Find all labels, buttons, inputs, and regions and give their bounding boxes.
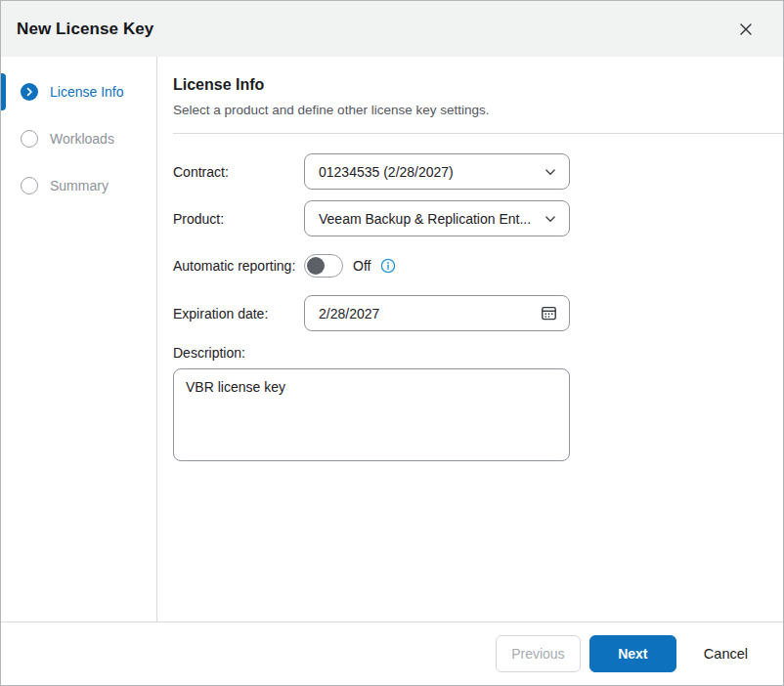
- step-label: Workloads: [50, 131, 114, 147]
- close-icon[interactable]: [732, 16, 760, 43]
- sidebar-item-summary[interactable]: Summary: [1, 162, 156, 209]
- description-label: Description:: [173, 345, 783, 361]
- toggle-knob: [307, 257, 325, 275]
- toggle-state-label: Off: [353, 258, 370, 274]
- description-textarea[interactable]: [173, 368, 570, 461]
- close-x-glyph: [738, 21, 754, 37]
- license-info-form: Contract: 01234535 (2/28/2027) Product:: [173, 134, 783, 465]
- active-step-icon: [21, 83, 38, 101]
- expiration-date-input[interactable]: 2/28/2027: [304, 295, 570, 331]
- expiration-date-value: 2/28/2027: [319, 306, 533, 322]
- product-dropdown[interactable]: Veeam Backup & Replication Ent...: [304, 200, 570, 236]
- contract-value: 01234535 (2/28/2027): [319, 164, 536, 180]
- chevron-down-icon: [544, 212, 557, 226]
- automatic-reporting-toggle[interactable]: [304, 254, 343, 278]
- page-subtitle: Select a product and define other licens…: [173, 103, 783, 117]
- product-label: Product:: [173, 211, 304, 227]
- next-button[interactable]: Next: [589, 635, 676, 672]
- expiration-date-row: Expiration date: 2/28/2027: [173, 295, 783, 331]
- product-row: Product: Veeam Backup & Replication Ent.…: [173, 200, 783, 236]
- dialog-body: License Info Workloads Summary License I…: [1, 57, 783, 622]
- sidebar-item-license-info[interactable]: License Info: [1, 68, 156, 115]
- automatic-reporting-label: Automatic reporting:: [173, 258, 304, 274]
- dialog-footer: Previous Next Cancel: [1, 622, 783, 685]
- page-title: License Info: [173, 76, 783, 94]
- contract-row: Contract: 01234535 (2/28/2027): [173, 153, 783, 190]
- inactive-step-icon: [21, 130, 38, 148]
- new-license-key-dialog: New License Key License Info: [0, 0, 784, 686]
- inactive-step-icon: [21, 177, 38, 194]
- chevron-down-icon: [544, 165, 557, 179]
- dialog-header: New License Key: [1, 1, 783, 57]
- previous-button[interactable]: Previous: [496, 635, 581, 672]
- active-step-indicator: [1, 73, 6, 110]
- contract-label: Contract:: [173, 164, 304, 180]
- step-label: License Info: [50, 84, 124, 100]
- step-content: License Info Select a product and define…: [157, 57, 783, 622]
- wizard-steps-sidebar: License Info Workloads Summary: [1, 57, 157, 622]
- expiration-date-label: Expiration date:: [173, 306, 304, 322]
- automatic-reporting-row: Automatic reporting: Off: [173, 254, 783, 278]
- dialog-title: New License Key: [17, 20, 153, 39]
- product-value: Veeam Backup & Replication Ent...: [319, 211, 536, 227]
- step-label: Summary: [50, 178, 109, 193]
- info-icon[interactable]: [380, 258, 396, 274]
- contract-dropdown[interactable]: 01234535 (2/28/2027): [304, 153, 570, 190]
- cancel-button[interactable]: Cancel: [688, 635, 763, 672]
- sidebar-item-workloads[interactable]: Workloads: [1, 115, 156, 162]
- calendar-icon[interactable]: [541, 305, 557, 322]
